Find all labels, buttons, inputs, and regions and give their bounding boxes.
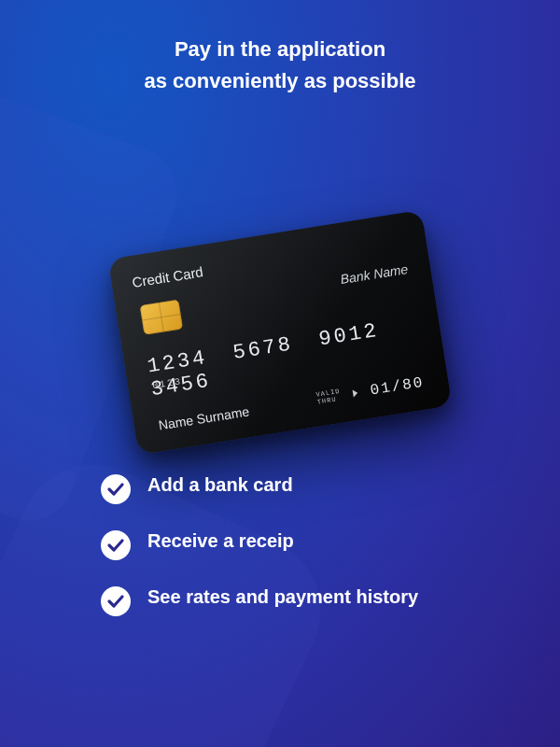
triangle-right-icon [353, 389, 358, 398]
headline-line1: Pay in the application [0, 34, 560, 65]
feature-text: Receive a receip [147, 529, 294, 554]
valid-thru-date: 01/80 [370, 374, 426, 399]
credit-card-illustration: Credit Card Bank Name 1234 5678 9012 345… [108, 210, 453, 456]
bank-name-label: Bank Name [339, 261, 409, 287]
feature-text: Add a bank card [147, 472, 293, 498]
chip-icon [140, 300, 183, 335]
credit-card: Credit Card Bank Name 1234 5678 9012 345… [108, 210, 453, 456]
feature-item: See rates and payment history [101, 585, 418, 616]
card-valid-thru: VALIDTHRU 01/80 [315, 374, 426, 407]
card-holder-name: Name Surname [158, 403, 250, 432]
checkmark-icon [101, 474, 131, 504]
feature-text: See rates and payment history [147, 585, 418, 610]
checkmark-icon [101, 530, 131, 560]
checkmark-icon [101, 586, 131, 616]
feature-item: Add a bank card [101, 472, 418, 504]
feature-item: Receive a receip [101, 529, 418, 560]
headline: Pay in the application as conveniently a… [0, 0, 560, 97]
feature-list: Add a bank card Receive a receip See rat… [101, 472, 418, 616]
headline-line2: as conveniently as possible [0, 65, 560, 97]
valid-thru-label: VALIDTHRU [315, 388, 342, 406]
